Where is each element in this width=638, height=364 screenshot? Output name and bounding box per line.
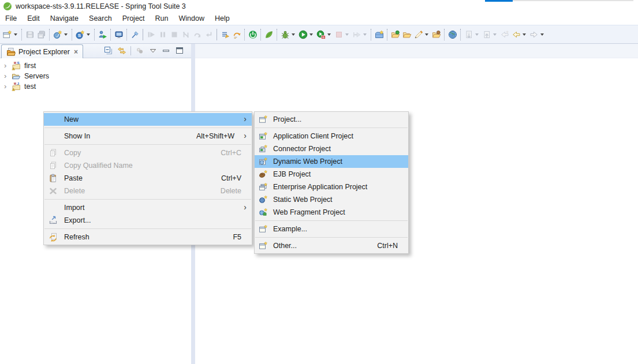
menu-navigate[interactable]: Navigate <box>45 13 84 25</box>
menu-window[interactable]: Window <box>174 13 210 25</box>
back-button[interactable] <box>510 28 528 42</box>
menu-file[interactable]: File <box>0 13 22 25</box>
coverage-button[interactable] <box>315 28 333 42</box>
paste-menu-item[interactable]: PasteCtrl+V <box>44 172 252 185</box>
skip-breakpoints-button[interactable] <box>219 28 231 42</box>
back-disabled-icon <box>500 30 509 39</box>
spring-boot-dashboard-button[interactable] <box>247 28 259 42</box>
menu-edit[interactable]: Edit <box>22 13 45 25</box>
dropdown-arrow-icon[interactable] <box>87 33 90 36</box>
web-browser-button[interactable] <box>447 28 458 42</box>
enterprise-application-project-icon <box>259 182 268 192</box>
project-explorer-header: Project Explorer × <box>0 44 191 58</box>
enterprise-application-project-menu-item[interactable]: Enterprise Application Project <box>255 181 408 193</box>
new-wizard-button[interactable] <box>2 28 20 42</box>
search-folder-button[interactable] <box>431 28 442 42</box>
delete-menu-item[interactable]: DeleteDelete <box>44 185 252 197</box>
spring-starter-button[interactable]: S <box>74 28 92 42</box>
previous-edit-location-button[interactable] <box>481 28 499 42</box>
example-menu-item[interactable]: Example... <box>255 223 408 235</box>
menu-project[interactable]: Project <box>117 13 150 25</box>
suspend-button[interactable] <box>157 28 169 42</box>
dropdown-arrow-icon[interactable] <box>475 33 479 36</box>
step-over-button[interactable] <box>192 28 203 42</box>
pin-console-button[interactable] <box>129 28 141 42</box>
link-with-editor-button[interactable] <box>116 45 128 57</box>
menu-help[interactable]: Help <box>210 13 235 25</box>
highlight-marker-button[interactable] <box>413 28 431 42</box>
ejb-project-menu-item[interactable]: EJB Project <box>255 168 408 181</box>
minimize-button[interactable] <box>161 45 172 57</box>
terminate-button[interactable] <box>169 28 180 42</box>
import-menu-item[interactable]: Import› <box>44 201 252 214</box>
save-all-button[interactable] <box>36 28 47 42</box>
expand-chevron-icon[interactable]: › <box>4 81 12 92</box>
new-menu-item[interactable]: New› <box>44 113 252 126</box>
last-edit-location-button[interactable] <box>463 28 481 42</box>
copy-menu-item[interactable]: CopyCtrl+C <box>44 147 252 159</box>
forward-button[interactable] <box>528 28 546 42</box>
run-button[interactable] <box>297 28 315 42</box>
menu-item-label: Dynamic Web Project <box>273 157 342 166</box>
menu-run[interactable]: Run <box>150 13 174 25</box>
toolbar-group <box>145 28 215 42</box>
close-tab-icon[interactable]: × <box>74 48 78 56</box>
dynamic-web-project-menu-item[interactable]: Dynamic Web Project <box>255 155 408 168</box>
dropdown-arrow-icon[interactable] <box>327 33 331 36</box>
relaunch-button[interactable] <box>351 28 369 42</box>
static-web-project-icon <box>259 195 268 204</box>
tree-item-servers[interactable]: ›Servers <box>0 71 191 81</box>
spring-leaf-button[interactable] <box>263 28 275 42</box>
menu-item-label: EJB Project <box>273 170 311 178</box>
focus-on-task-button[interactable] <box>134 45 145 57</box>
other-menu-item[interactable]: Other...Ctrl+N <box>255 239 408 252</box>
run-external-button[interactable] <box>97 28 109 42</box>
maximize-button[interactable] <box>174 45 185 57</box>
new-java-ee-resource-button[interactable] <box>374 28 385 42</box>
dropdown-arrow-icon[interactable] <box>493 33 497 36</box>
expand-chevron-icon[interactable]: › <box>4 61 12 71</box>
web-fragment-project-menu-item[interactable]: Web Fragment Project <box>255 206 408 219</box>
tree-item-test[interactable]: ›MJtest <box>0 81 191 92</box>
dropdown-arrow-icon[interactable] <box>363 33 367 36</box>
refresh-menu-item[interactable]: RefreshF5 <box>44 231 252 243</box>
resume-button[interactable] <box>145 28 157 42</box>
show-in-menu-item[interactable]: Show InAlt+Shift+W› <box>44 130 252 142</box>
dropdown-arrow-icon[interactable] <box>425 33 428 36</box>
import-web-button[interactable] <box>390 28 401 42</box>
back-disabled-button[interactable] <box>499 28 510 42</box>
open-console-button[interactable] <box>113 28 125 42</box>
new-spring-project-button[interactable] <box>52 28 70 42</box>
tree-item-first[interactable]: ›MSfirst <box>0 61 191 71</box>
disconnect-button[interactable] <box>180 28 192 42</box>
dropdown-arrow-icon[interactable] <box>14 33 17 36</box>
view-menu-icon <box>148 46 158 55</box>
svg-text:M: M <box>14 82 16 85</box>
application-client-project-menu-item[interactable]: Application Client Project <box>255 130 408 142</box>
connector-project-menu-item[interactable]: Connector Project <box>255 142 408 155</box>
view-menu-button[interactable] <box>147 45 159 57</box>
step-return-button[interactable] <box>203 28 215 42</box>
dropdown-arrow-icon[interactable] <box>309 33 313 36</box>
debug-button[interactable] <box>279 28 297 42</box>
step-filters-button[interactable] <box>231 28 242 42</box>
menu-search[interactable]: Search <box>84 13 117 25</box>
menu-separator <box>44 127 251 128</box>
dropdown-arrow-icon[interactable] <box>292 33 295 36</box>
save-button[interactable] <box>24 28 36 42</box>
title-bar: workspace-sts-3.9.11.RELEASE - Spring To… <box>0 0 638 13</box>
dropdown-arrow-icon[interactable] <box>64 33 68 36</box>
stop-button[interactable] <box>333 28 351 42</box>
project-menu-item[interactable]: Project... <box>255 113 408 126</box>
static-web-project-menu-item[interactable]: Static Web Project <box>255 193 408 206</box>
export-menu-item[interactable]: Export... <box>44 214 252 227</box>
copy-qualified-name-menu-item[interactable]: Copy Qualified Name <box>44 159 252 172</box>
expand-chevron-icon[interactable]: › <box>4 71 12 81</box>
dropdown-arrow-icon[interactable] <box>523 33 526 36</box>
dropdown-arrow-icon[interactable] <box>540 33 544 36</box>
collapse-all-button[interactable] <box>103 45 114 57</box>
project-explorer-tab[interactable]: Project Explorer × <box>1 44 83 58</box>
open-folder-button[interactable] <box>401 28 413 42</box>
dropdown-arrow-icon[interactable] <box>345 33 349 36</box>
toolbar-group <box>374 28 385 42</box>
